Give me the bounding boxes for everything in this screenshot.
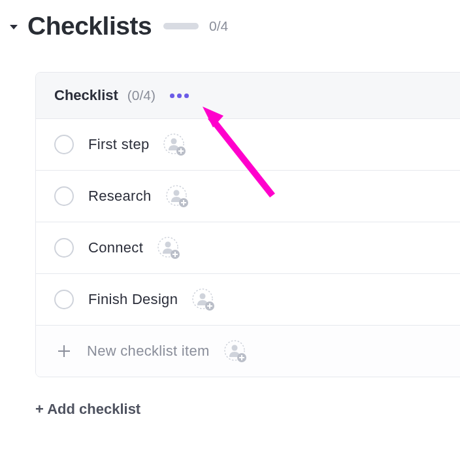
svg-point-13 xyxy=(231,345,237,351)
checklist-item[interactable]: Finish Design xyxy=(36,274,460,326)
assign-user-icon[interactable] xyxy=(192,288,214,311)
assign-user-icon[interactable] xyxy=(166,185,188,207)
collapse-toggle-icon[interactable] xyxy=(9,23,18,32)
checklist-item-label: First step xyxy=(88,136,149,153)
assign-user-icon[interactable] xyxy=(163,133,186,156)
checklist-item-label: Research xyxy=(88,188,152,205)
new-checklist-item[interactable]: New checklist item xyxy=(36,326,460,377)
new-item-label: New checklist item xyxy=(87,343,210,360)
svg-point-7 xyxy=(165,242,171,248)
checklist-item-label: Connect xyxy=(88,239,143,256)
svg-point-1 xyxy=(171,139,177,144)
add-checklist-label: + Add checklist xyxy=(35,401,140,418)
assign-user-icon[interactable] xyxy=(224,340,246,362)
plus-icon[interactable] xyxy=(56,343,73,360)
checkbox[interactable] xyxy=(54,135,74,154)
checkbox[interactable] xyxy=(54,186,74,206)
checklist-title: Checklist xyxy=(54,87,118,104)
checklist-item[interactable]: Connect xyxy=(36,222,460,274)
svg-point-4 xyxy=(173,190,179,196)
checklist-item[interactable]: First step xyxy=(36,119,460,171)
add-checklist-button[interactable]: + Add checklist xyxy=(35,401,140,418)
checklist-item[interactable]: Research xyxy=(36,171,460,222)
checklist-count: (0/4) xyxy=(127,88,156,103)
more-options-icon[interactable] xyxy=(167,91,191,101)
checkbox[interactable] xyxy=(54,238,74,258)
checkbox[interactable] xyxy=(54,290,74,309)
section-count: 0/4 xyxy=(209,18,228,34)
assign-user-icon[interactable] xyxy=(157,237,180,259)
section-title: Checklists xyxy=(27,12,152,41)
checklist-header: Checklist (0/4) xyxy=(36,73,460,119)
checklist-item-label: Finish Design xyxy=(88,291,178,308)
checklist-card: Checklist (0/4) First step Research xyxy=(35,72,460,377)
section-header: Checklists 0/4 xyxy=(9,12,460,41)
progress-bar xyxy=(163,23,199,29)
svg-point-10 xyxy=(200,294,206,299)
